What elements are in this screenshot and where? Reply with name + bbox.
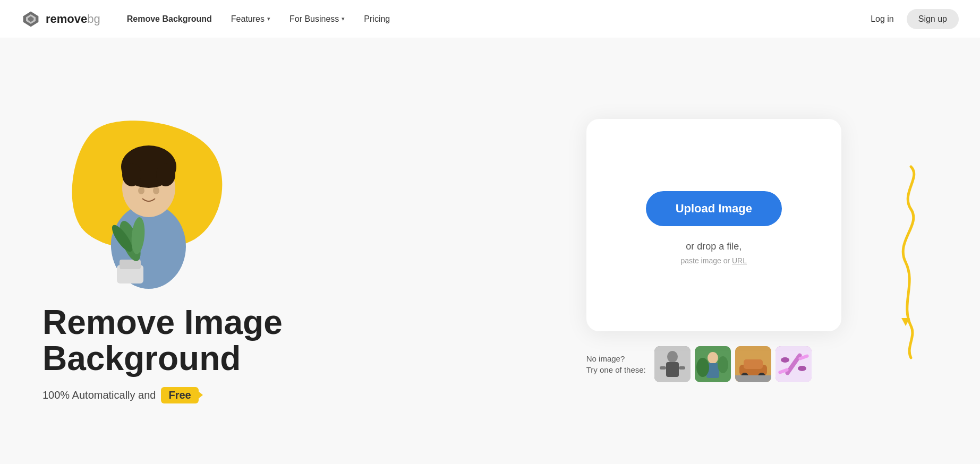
svg-point-24 <box>696 358 709 377</box>
navbar: removebg Remove Background Features ▾ Fo… <box>0 0 980 38</box>
no-image-label: No image?Try one of these: <box>586 353 646 375</box>
upload-card: Upload Image or drop a file, paste image… <box>586 119 841 331</box>
signup-button[interactable]: Sign up <box>907 9 959 29</box>
svg-point-7 <box>156 163 175 186</box>
decorative-squiggle <box>863 161 927 374</box>
svg-point-35 <box>798 366 806 371</box>
svg-point-34 <box>781 357 789 363</box>
logo[interactable]: removebg <box>21 10 100 29</box>
svg-rect-31 <box>735 375 771 382</box>
sample-thumb-2[interactable] <box>695 346 731 382</box>
svg-rect-20 <box>679 366 685 370</box>
svg-rect-19 <box>660 366 666 370</box>
svg-point-9 <box>153 187 159 194</box>
sample-thumb-1[interactable] <box>654 346 691 382</box>
hero-heading: Remove Image Background <box>42 305 340 376</box>
nav-link-pricing[interactable]: Pricing <box>364 14 390 24</box>
svg-rect-18 <box>666 362 679 377</box>
hero-illustration <box>42 119 266 289</box>
login-button[interactable]: Log in <box>871 14 894 24</box>
nav-link-remove-background[interactable]: Remove Background <box>127 14 212 24</box>
nav-actions: Log in Sign up <box>871 9 959 29</box>
upload-image-button[interactable]: Upload Image <box>646 191 782 226</box>
features-chevron-icon: ▾ <box>267 15 270 22</box>
free-badge: Free <box>161 387 198 403</box>
hero-person-illustration <box>69 124 228 289</box>
svg-rect-12 <box>120 260 141 269</box>
logo-icon <box>21 10 40 29</box>
svg-point-22 <box>708 352 718 364</box>
sample-thumb-3[interactable] <box>735 346 771 382</box>
paste-text: paste image or URL <box>680 256 747 265</box>
for-business-chevron-icon: ▾ <box>342 15 345 22</box>
nav-link-features[interactable]: Features ▾ <box>231 14 270 24</box>
hero-subtext: 100% Automatically and Free <box>42 387 490 403</box>
sample-thumbs <box>654 346 812 382</box>
nav-link-for-business[interactable]: For Business ▾ <box>289 14 345 24</box>
hero-right: Upload Image or drop a file, paste image… <box>490 119 938 382</box>
nav-links: Remove Background Features ▾ For Busines… <box>127 14 871 24</box>
hero-left: Remove Image Background 100% Automatical… <box>42 98 490 403</box>
url-link[interactable]: URL <box>732 256 747 265</box>
svg-rect-28 <box>744 359 763 369</box>
hero-section: Remove Image Background 100% Automatical… <box>0 38 980 463</box>
svg-point-8 <box>138 187 144 194</box>
svg-point-6 <box>122 163 141 186</box>
samples-row: No image?Try one of these: <box>586 346 841 382</box>
logo-text: removebg <box>46 12 100 26</box>
svg-point-25 <box>718 356 728 373</box>
svg-point-17 <box>667 351 678 363</box>
sample-thumb-4[interactable] <box>776 346 812 382</box>
drop-text: or drop a file, <box>686 241 742 252</box>
